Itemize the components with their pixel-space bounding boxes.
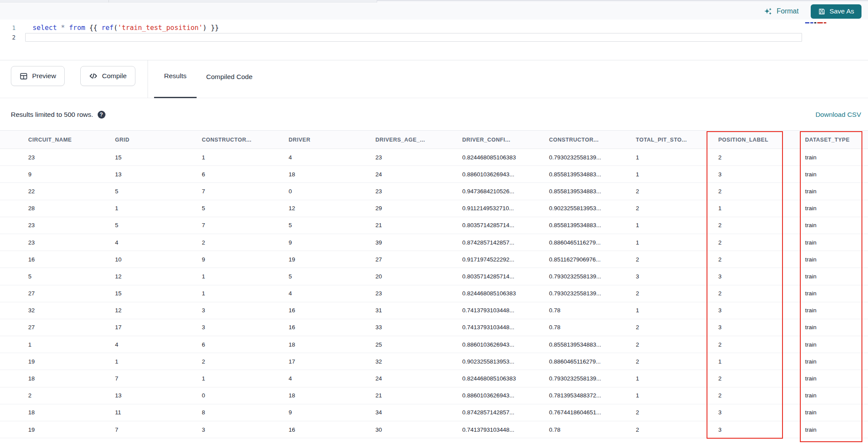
table-cell: 13 xyxy=(108,387,195,404)
toolbar-divider xyxy=(148,60,148,98)
table-cell: 3 xyxy=(712,268,799,285)
table-cell: 0.824468085106383 xyxy=(456,149,542,166)
editor-tabs-strip[interactable] xyxy=(0,0,868,3)
help-icon[interactable]: ? xyxy=(98,111,105,119)
results-limit-note: Results limited to 500 rows. xyxy=(11,111,93,119)
column-header: DATASET_TYPE xyxy=(799,131,868,149)
tab-compiled-code-label: Compiled Code xyxy=(206,73,253,81)
editor-minimap[interactable] xyxy=(805,22,826,23)
table-cell: 16 xyxy=(282,319,369,336)
table-cell: 19 xyxy=(282,251,369,268)
table-cell: 4 xyxy=(108,234,195,251)
table-cell: 5 xyxy=(108,217,195,234)
table-cell: 27 xyxy=(0,285,108,302)
table-cell: 1 xyxy=(629,302,712,319)
tab-results[interactable]: Results xyxy=(154,60,197,98)
table-cell: 0.7930232558139... xyxy=(542,268,629,285)
dbt-ide-query-panel: Format Save As 1 2 select * from {{ ref(… xyxy=(0,0,868,443)
minimap-mark xyxy=(805,22,809,23)
table-cell: 0.9112149532710... xyxy=(456,200,542,217)
tab-compiled-code[interactable]: Compiled Code xyxy=(196,60,263,98)
editor-active-line[interactable] xyxy=(25,33,802,42)
table-cell: train xyxy=(799,336,868,353)
table-cell: 5 xyxy=(282,217,369,234)
code-editor[interactable]: 1 2 select * from {{ ref('train_test_pos… xyxy=(0,20,868,60)
table-cell: 3 xyxy=(712,302,799,319)
column-header: CONSTRUCTOR... xyxy=(542,131,629,149)
table-row: 1610919270.9171974522292...0.85116279069… xyxy=(0,251,868,268)
table-cell: 1 xyxy=(108,353,195,370)
table-cell: 19 xyxy=(0,353,108,370)
table-cell: 7 xyxy=(108,370,195,387)
compile-button[interactable]: Compile xyxy=(80,66,135,86)
column-header: CIRCUIT_NAME xyxy=(0,131,108,149)
table-row: 23429390.8742857142857...0.8860465116279… xyxy=(0,234,868,251)
download-csv-link[interactable]: Download CSV xyxy=(815,111,861,119)
table-cell: 10 xyxy=(108,251,195,268)
code-lines[interactable]: select * from {{ ref('train_test_positio… xyxy=(25,23,802,42)
table-cell: 33 xyxy=(369,319,456,336)
code-line-1[interactable]: select * from {{ ref('train_test_positio… xyxy=(25,23,802,33)
table-cell: 15 xyxy=(108,285,195,302)
table-cell: 18 xyxy=(282,336,369,353)
table-cell: train xyxy=(799,251,868,268)
table-cell: 3 xyxy=(195,319,282,336)
table-row: 197316300.7413793103448...0.7823train xyxy=(0,421,868,438)
table-cell: 0.78 xyxy=(542,302,629,319)
table-cell: 25 xyxy=(369,336,456,353)
table-cell: 0.7930232558139... xyxy=(542,285,629,302)
table-cell: 5 xyxy=(108,183,195,200)
minimap-mark xyxy=(824,22,826,23)
table-row: 281512290.9112149532710...0.902325581395… xyxy=(0,200,868,217)
table-cell: 18 xyxy=(0,404,108,421)
table-cell: 3 xyxy=(195,421,282,438)
save-as-label: Save As xyxy=(829,7,854,15)
table-cell: 2 xyxy=(712,251,799,268)
table-cell: train xyxy=(799,149,868,166)
table-cell: 16 xyxy=(282,302,369,319)
table-cell: 23 xyxy=(369,183,456,200)
table-cell: 5 xyxy=(195,200,282,217)
table-cell: 0.7413793103448... xyxy=(456,302,542,319)
format-button[interactable]: Format xyxy=(763,7,799,16)
table-cell: 2 xyxy=(629,200,712,217)
table-cell: train xyxy=(799,319,868,336)
table-cell: 13 xyxy=(108,166,195,183)
column-header: POSITION_LABEL xyxy=(712,131,799,149)
table-row: 2717316330.7413793103448...0.7823train xyxy=(0,319,868,336)
table-cell: 0.8860103626943... xyxy=(456,387,542,404)
table-cell: 1 xyxy=(195,149,282,166)
table-cell: 2 xyxy=(712,285,799,302)
table-cell: 0.8860103626943... xyxy=(456,336,542,353)
table-cell: 0.8742857142857... xyxy=(456,234,542,251)
line-number-1: 1 xyxy=(0,23,23,33)
preview-button[interactable]: Preview xyxy=(11,66,65,86)
table-grid-icon xyxy=(20,72,28,80)
save-as-button[interactable]: Save As xyxy=(811,4,861,19)
table-cell: 19 xyxy=(0,421,108,438)
table-row: 913618240.8860103626943...0.855813953488… xyxy=(0,166,868,183)
table-cell: 0.7930232558139... xyxy=(542,370,629,387)
format-label: Format xyxy=(776,7,799,15)
table-cell: 0.8860465116279... xyxy=(542,234,629,251)
table-cell: 0.8860465116279... xyxy=(542,353,629,370)
table-cell: 34 xyxy=(369,404,456,421)
table-cell: 0.9473684210526... xyxy=(456,183,542,200)
table-cell: 0.8742857142857... xyxy=(456,404,542,421)
editor-header: Format Save As xyxy=(0,3,868,20)
table-cell: 17 xyxy=(108,319,195,336)
table-cell: 0.8558139534883... xyxy=(542,166,629,183)
table-cell: 2 xyxy=(712,183,799,200)
table-cell: 17 xyxy=(282,353,369,370)
results-info-bar: Results limited to 500 rows. ? Download … xyxy=(0,99,868,130)
table-cell: 2 xyxy=(712,370,799,387)
table-cell: 0.824468085106383 xyxy=(456,370,542,387)
table-cell: 3 xyxy=(712,404,799,421)
tab-strip-segment xyxy=(377,0,868,3)
minimap-mark xyxy=(810,22,813,23)
table-cell: 5 xyxy=(0,268,108,285)
compile-label: Compile xyxy=(102,72,127,80)
table-header-row: CIRCUIT_NAMEGRIDCONSTRUCTOR...DRIVERDRIV… xyxy=(0,131,868,149)
table-cell: train xyxy=(799,302,868,319)
table-cell: 1 xyxy=(629,234,712,251)
